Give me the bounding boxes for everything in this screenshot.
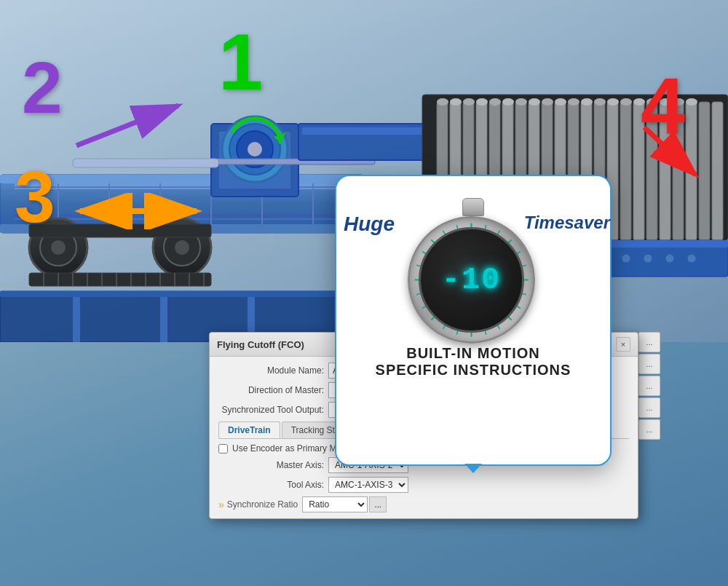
stopwatch-display: -10 (442, 263, 502, 298)
svg-line-115 (644, 127, 695, 175)
svg-line-121 (522, 265, 526, 266)
svg-point-81 (607, 98, 619, 106)
direction-label: Direction of Master: (218, 385, 324, 395)
tool-axis-label: Tool Axis: (218, 480, 324, 490)
svg-point-80 (594, 98, 606, 106)
right-btn-5[interactable]: ... (638, 419, 660, 440)
svg-point-102 (687, 254, 696, 263)
close-button[interactable]: × (616, 337, 630, 352)
svg-point-72 (489, 98, 501, 106)
svg-point-99 (622, 254, 630, 263)
sync-ratio-select[interactable]: Ratio Distance Speed (302, 496, 368, 512)
number-1-label: 1 (218, 22, 263, 102)
encoder-checkbox[interactable] (218, 444, 228, 454)
sync-ratio-label: Synchronize Ratio (227, 499, 298, 510)
dialog-title: Flying Cutoff (FCO) (217, 339, 304, 350)
svg-point-19 (175, 240, 189, 255)
timesaver-label: Timesaver (524, 213, 610, 233)
svg-line-124 (517, 306, 521, 309)
timesaver-card: Huge (335, 175, 612, 466)
svg-line-123 (522, 293, 526, 295)
right-btn-4[interactable]: ... (638, 397, 660, 418)
huge-label: Huge (344, 213, 395, 236)
svg-rect-44 (73, 159, 218, 167)
svg-point-100 (644, 254, 652, 263)
tool-axis-select[interactable]: AMC-1-AXIS-3 AMC-1-AXIS-1 AMC-1-AXIS-2 (328, 477, 408, 493)
tab-drivetrain[interactable]: DriveTrain (218, 421, 280, 438)
stopwatch-outer: -10 (408, 216, 535, 344)
sync-ratio-btn[interactable]: ... (369, 496, 387, 512)
svg-point-68 (437, 98, 448, 106)
svg-point-79 (581, 98, 593, 106)
arrow-3-svg (66, 193, 211, 229)
built-in-text: BUILT-IN MOTION SPECIFIC INSTRUCTIONS (376, 345, 571, 379)
master-axis-label: Master Axis: (218, 460, 324, 470)
svg-line-110 (76, 106, 178, 146)
svg-point-77 (555, 98, 566, 106)
svg-line-126 (498, 325, 500, 329)
svg-point-101 (665, 254, 674, 263)
svg-rect-43 (302, 127, 426, 135)
tool-axis-row: Tool Axis: AMC-1-AXIS-3 AMC-1-AXIS-1 AMC… (218, 477, 629, 493)
svg-point-82 (620, 98, 632, 106)
svg-point-16 (51, 240, 66, 255)
svg-point-73 (502, 98, 514, 106)
svg-line-127 (485, 330, 486, 335)
stopwatch-crown (462, 198, 484, 216)
stopwatch-inner: -10 (419, 227, 524, 333)
sync-arrows-icon: » (218, 499, 224, 510)
svg-point-78 (568, 98, 579, 106)
right-btn-2[interactable]: ... (638, 354, 660, 374)
module-name-label: Module Name: (218, 365, 324, 376)
sync-tool-label: Synchronized Tool Output: (218, 405, 324, 415)
svg-point-69 (450, 98, 462, 106)
svg-point-76 (542, 98, 553, 106)
stopwatch: -10 (408, 198, 539, 344)
svg-rect-60 (620, 102, 631, 240)
svg-rect-105 (73, 297, 80, 342)
svg-point-71 (476, 98, 488, 106)
arrow-4-svg (633, 116, 706, 189)
svg-rect-20 (29, 273, 211, 286)
arrow-2-svg (62, 95, 193, 153)
number-2-label: 2 (22, 51, 63, 124)
right-btn-3[interactable]: ... (638, 376, 660, 396)
svg-point-74 (515, 98, 527, 106)
svg-point-39 (248, 142, 262, 157)
svg-rect-106 (160, 297, 167, 342)
svg-point-75 (529, 98, 540, 106)
svg-rect-67 (712, 102, 723, 240)
built-in-line1: BUILT-IN MOTION (376, 345, 571, 362)
right-btn-1[interactable]: ... (638, 332, 660, 352)
svg-point-70 (463, 98, 475, 106)
number-3-label: 3 (15, 160, 55, 233)
right-buttons-panel: ... ... ... ... ... (638, 332, 662, 440)
built-in-line2: SPECIFIC INSTRUCTIONS (376, 362, 571, 379)
sync-ratio-row: » Synchronize Ratio Ratio Distance Speed… (218, 496, 629, 512)
svg-point-87 (686, 98, 697, 106)
svg-line-129 (456, 330, 458, 335)
